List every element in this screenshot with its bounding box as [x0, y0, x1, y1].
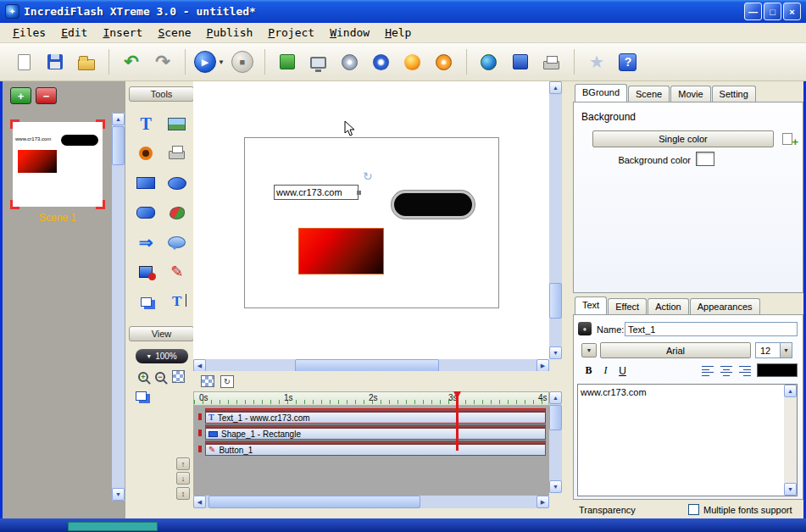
- scroll-down-button[interactable]: ▼: [784, 483, 797, 496]
- timeline-vertical-scrollbar[interactable]: ▲ ▼: [549, 391, 562, 493]
- multiple-fonts-checkbox[interactable]: [688, 504, 699, 515]
- text-area-scrollbar[interactable]: ▲ ▼: [784, 385, 797, 496]
- step-down-button[interactable]: ↓: [176, 472, 190, 485]
- burn-cd-button[interactable]: [336, 48, 364, 75]
- text-edit-tool[interactable]: T: [164, 291, 191, 313]
- scroll-up-button[interactable]: ▲: [549, 391, 562, 404]
- font-preview-button[interactable]: ●: [578, 322, 592, 335]
- speech-bubble-tool[interactable]: [164, 231, 191, 253]
- canvas-text-object[interactable]: www.cr173.com: [274, 185, 359, 200]
- tab-scene[interactable]: Scene: [628, 86, 670, 102]
- undo-button[interactable]: ↶: [118, 48, 145, 75]
- print-tool[interactable]: [164, 142, 191, 164]
- publish-button[interactable]: [368, 48, 395, 75]
- step-up-button[interactable]: ↑: [176, 457, 190, 470]
- underline-button[interactable]: U: [615, 363, 630, 378]
- paint-tool[interactable]: [164, 202, 191, 224]
- tab-movie[interactable]: Movie: [670, 86, 710, 102]
- font-size-select[interactable]: 12 ▼: [755, 342, 792, 358]
- text-content[interactable]: www.cr173.com: [581, 386, 781, 398]
- scene-list-scrollbar[interactable]: ▲ ▼: [112, 113, 125, 501]
- scroll-down-button[interactable]: ▼: [112, 488, 125, 501]
- font-select[interactable]: Arial: [600, 342, 751, 358]
- resize-handle[interactable]: [357, 191, 361, 195]
- tab-appearances[interactable]: Appearances: [690, 298, 760, 314]
- arrow-tool[interactable]: ⇒: [132, 231, 159, 253]
- frame-view-icon[interactable]: ↻: [220, 375, 234, 388]
- menu-help[interactable]: Help: [377, 25, 419, 41]
- menu-project[interactable]: Project: [260, 25, 322, 41]
- print-button[interactable]: [538, 48, 565, 75]
- new-button[interactable]: [10, 48, 37, 75]
- canvas[interactable]: www.cr173.com ↻: [193, 81, 549, 359]
- tab-action[interactable]: Action: [648, 298, 689, 314]
- scroll-down-button[interactable]: ▼: [549, 346, 562, 359]
- scroll-left-button[interactable]: ◀: [193, 496, 206, 508]
- background-color-swatch[interactable]: [696, 152, 714, 166]
- menu-files[interactable]: Files: [5, 25, 53, 41]
- close-button[interactable]: ×: [783, 3, 801, 20]
- canvas-button-object[interactable]: [392, 191, 475, 219]
- align-right-button[interactable]: [738, 365, 752, 377]
- layer-panel-button[interactable]: [132, 388, 149, 403]
- bold-button[interactable]: B: [581, 363, 596, 378]
- ink-tool[interactable]: ✎: [164, 261, 191, 283]
- capture-button[interactable]: [507, 48, 534, 75]
- text-tool[interactable]: T: [132, 113, 159, 135]
- timeline-track-text[interactable]: T Text_1 - www.cr173.com: [205, 408, 546, 424]
- ellipse-tool[interactable]: [164, 172, 191, 194]
- fill-mode-select[interactable]: Single color: [592, 130, 774, 147]
- name-input[interactable]: [625, 322, 798, 336]
- menu-insert[interactable]: Insert: [95, 25, 150, 41]
- menu-publish[interactable]: Publish: [199, 25, 261, 41]
- titlebar[interactable]: ✦ IncrediFlash XTreme 3.0 - untitled* — …: [0, 0, 806, 23]
- scroll-up-button[interactable]: ▲: [784, 385, 797, 397]
- scroll-up-button[interactable]: ▲: [112, 113, 125, 125]
- maximize-button[interactable]: □: [764, 3, 781, 20]
- canvas-shape-object[interactable]: [298, 228, 384, 274]
- font-dropdown-button[interactable]: ▼: [581, 343, 597, 357]
- step-extent-button[interactable]: ↕: [176, 487, 190, 500]
- menu-scene[interactable]: Scene: [150, 25, 198, 41]
- scrollbar-thumb[interactable]: [295, 359, 439, 372]
- background-picker-button[interactable]: +: [781, 131, 798, 147]
- align-left-button[interactable]: [701, 365, 714, 377]
- preview-browser-button[interactable]: [475, 48, 503, 75]
- scroll-up-button[interactable]: ▲: [549, 81, 562, 94]
- favorites-button[interactable]: ★: [583, 48, 610, 75]
- timeline-track-shape[interactable]: Shape_1 - Rectangle: [205, 424, 546, 440]
- scroll-down-button[interactable]: ▼: [549, 480, 562, 493]
- scroll-left-button[interactable]: ◀: [193, 359, 206, 372]
- minimize-button[interactable]: —: [744, 3, 762, 20]
- scrollbar-thumb[interactable]: [112, 126, 125, 165]
- italic-button[interactable]: I: [598, 363, 613, 378]
- help-button[interactable]: ?: [614, 48, 642, 75]
- export-disc-button[interactable]: [431, 48, 458, 75]
- scroll-right-button[interactable]: ▶: [536, 496, 549, 508]
- stop-button[interactable]: ■: [229, 48, 256, 75]
- timeline-track-button[interactable]: ✎ Button_1: [205, 441, 546, 456]
- add-scene-button[interactable]: +: [10, 87, 31, 104]
- scene-thumbnail[interactable]: www.cr173.com: [13, 122, 103, 207]
- fit-to-window-icon[interactable]: [172, 370, 185, 383]
- scroll-right-button[interactable]: ▶: [536, 359, 549, 372]
- menu-window[interactable]: Window: [322, 25, 377, 41]
- zoom-in-icon[interactable]: +: [138, 372, 148, 382]
- scrollbar-thumb[interactable]: [549, 405, 562, 430]
- record-tool[interactable]: [132, 142, 159, 164]
- timeline-ruler[interactable]: 0s 1s 2s 3s 4s: [193, 391, 549, 406]
- behavior-tool[interactable]: [132, 261, 159, 283]
- scrollbar-thumb[interactable]: [549, 283, 562, 319]
- timeline-horizontal-scrollbar[interactable]: ◀ ▶: [193, 496, 549, 508]
- text-color-swatch[interactable]: [757, 363, 798, 377]
- scrollbar-thumb[interactable]: [208, 496, 420, 508]
- canvas-vertical-scrollbar[interactable]: ▲ ▼: [549, 81, 562, 359]
- play-button[interactable]: ▶: [194, 51, 216, 73]
- menu-edit[interactable]: Edit: [53, 25, 95, 41]
- tab-bground[interactable]: BGround: [575, 84, 627, 102]
- image-tool[interactable]: [164, 113, 191, 135]
- zoom-out-icon[interactable]: −: [155, 372, 165, 382]
- zoom-select[interactable]: ▼ 100%: [136, 349, 188, 363]
- export-movie-button[interactable]: [305, 48, 332, 75]
- tab-setting[interactable]: Setting: [712, 86, 756, 102]
